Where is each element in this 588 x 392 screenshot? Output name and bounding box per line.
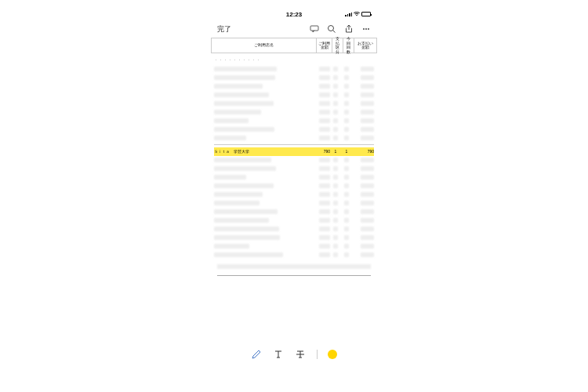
search-icon[interactable]: [327, 24, 336, 34]
highlight-color-dot[interactable]: [328, 350, 337, 359]
signal-icon: [345, 13, 352, 16]
cell-pay: 790: [352, 149, 374, 154]
table-body[interactable]: ・・・・・・・・・・ Ｓｉｔａ 学芸大学 790 1 1 790: [211, 53, 377, 277]
done-button[interactable]: 完了: [217, 24, 231, 34]
svg-point-1: [328, 26, 334, 31]
th-store: ご利用店名: [212, 38, 317, 53]
status-right: [339, 12, 371, 16]
status-bar: 12:23: [211, 8, 377, 20]
table-header: ご利用店名 ご利用 金額 支払 区分 今回 回数 お支払い金額: [211, 38, 377, 53]
table-row[interactable]: [214, 82, 374, 90]
table-row[interactable]: [214, 182, 374, 191]
table-row[interactable]: [214, 191, 374, 199]
table-row[interactable]: [214, 242, 374, 251]
table-row[interactable]: [214, 99, 374, 107]
table-row[interactable]: [214, 208, 374, 216]
table-row[interactable]: [214, 234, 374, 242]
th-amount: ご利用 金額: [317, 38, 332, 53]
more-icon[interactable]: [361, 24, 371, 34]
cell-store: Ｓｉｔａ 学芸大学: [214, 149, 314, 154]
footer-divider: [217, 275, 371, 276]
table-row[interactable]: [214, 225, 374, 234]
wifi-icon: [354, 12, 360, 16]
comment-icon[interactable]: [310, 24, 319, 34]
table-row[interactable]: [214, 107, 374, 116]
table-row[interactable]: [214, 216, 374, 225]
table-row[interactable]: [214, 173, 374, 182]
table-row[interactable]: [214, 251, 374, 260]
table-row[interactable]: [214, 116, 374, 125]
th-pay: お支払い金額: [354, 38, 376, 53]
svg-point-4: [365, 28, 367, 30]
cell-type: 1: [330, 149, 341, 154]
table-row[interactable]: [214, 64, 374, 73]
svg-line-2: [333, 31, 336, 33]
section-dots: ・・・・・・・・・・: [214, 57, 374, 62]
svg-point-5: [368, 28, 369, 30]
svg-point-3: [363, 28, 365, 30]
table-row[interactable]: [214, 73, 374, 82]
share-icon[interactable]: [344, 24, 354, 34]
cell-amount: 790: [314, 149, 330, 154]
bottom-toolbar: [211, 345, 377, 364]
th-type: 支払 区分: [332, 38, 343, 53]
svg-rect-0: [310, 26, 318, 31]
table-row[interactable]: [214, 156, 374, 165]
top-toolbar: 完了: [211, 20, 377, 38]
pen-icon[interactable]: [251, 349, 262, 360]
phone-frame: 12:23 完了 ご利用店: [211, 8, 377, 368]
status-time: 12:23: [286, 11, 302, 18]
footer-text: [217, 264, 371, 269]
table-row-highlighted[interactable]: Ｓｉｔａ 学芸大学 790 1 1 790: [214, 147, 374, 156]
table-row[interactable]: [214, 165, 374, 173]
th-times: 今回 回数: [343, 38, 354, 53]
table-row[interactable]: [214, 199, 374, 208]
table-row[interactable]: [214, 125, 374, 133]
text-icon[interactable]: [273, 349, 284, 360]
cell-times: 1: [341, 149, 352, 154]
table-row[interactable]: [214, 90, 374, 99]
table-row[interactable]: [214, 133, 374, 142]
toolbar-divider: [317, 350, 318, 359]
battery-icon: [361, 12, 371, 16]
strikethrough-icon[interactable]: [295, 349, 306, 360]
